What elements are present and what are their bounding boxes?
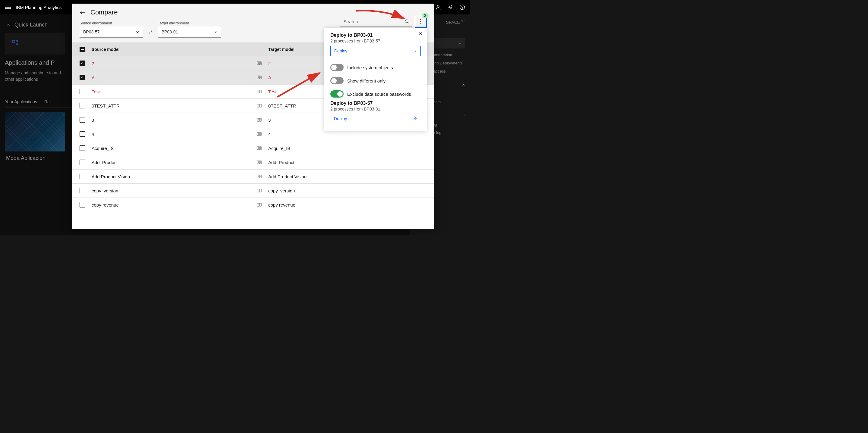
table-row[interactable]: Add_Product Add_Product [72,155,434,169]
table-row[interactable]: copy_version copy_version [72,184,434,198]
source-model-cell: Add_Product [92,160,250,165]
svg-rect-23 [259,147,261,149]
row-checkbox[interactable] [80,145,85,151]
svg-rect-14 [257,90,259,93]
annotation-arrow [352,8,407,23]
compare-icon[interactable] [250,118,268,122]
deploy-to-target-button[interactable]: Deploy [330,46,421,56]
svg-point-32 [412,50,413,51]
svg-rect-16 [257,104,259,107]
source-env-label: Source environment [80,21,143,25]
compare-icon[interactable] [250,146,268,151]
svg-rect-20 [257,132,259,135]
compare-icon[interactable] [250,174,268,179]
source-env-value: BP03-57 [83,30,99,34]
toggle-switch[interactable] [330,77,344,84]
hamburger-menu-icon[interactable] [5,4,11,10]
compare-icon[interactable] [250,188,268,193]
target-model-cell: Add Product Vision [268,174,427,179]
svg-rect-10 [257,62,259,65]
app-title: IBM Planning Analytics [16,5,62,10]
deploy-to-target-sub: 2 processes from BP03-57 [330,38,421,43]
deploy-to-source-title: Deploy to BP03-57 [330,101,421,106]
svg-point-9 [421,24,421,24]
help-icon[interactable] [459,4,465,10]
compare-icon[interactable] [250,89,268,94]
target-env-label: Target environment [158,21,221,25]
source-model-cell: Test [92,89,250,94]
select-all-checkbox[interactable] [80,47,85,52]
row-checkbox[interactable] [80,61,85,66]
deploy-icon [412,48,417,53]
chevron-down-icon [135,30,139,34]
source-model-cell: Acquire_IS [92,146,250,151]
source-model-cell: copy_version [92,188,250,193]
source-model-cell: 3 [92,118,250,123]
send-icon[interactable] [447,4,453,10]
back-arrow-icon[interactable] [80,9,86,15]
table-row[interactable]: Add Product Vision Add Product Vision [72,169,434,184]
overflow-menu-button[interactable]: 2 [415,16,427,28]
toggle-row: Show different only [330,74,421,87]
row-checkbox[interactable] [80,160,85,165]
deploy-icon [412,116,417,121]
compare-icon[interactable] [250,132,268,136]
svg-point-8 [421,21,421,22]
table-row[interactable]: copy revenue copy revenue [72,198,434,212]
svg-rect-18 [257,118,259,121]
close-icon[interactable] [418,31,423,36]
row-checkbox[interactable] [80,103,85,108]
svg-point-7 [421,19,421,20]
svg-rect-22 [257,147,259,149]
toggle-label: Show different only [347,78,385,84]
target-model-cell: 4 [268,132,427,137]
source-model-cell: Add Product Vision [92,174,250,179]
toggle-switch[interactable] [330,64,344,71]
compare-icon[interactable] [250,61,268,66]
target-env-value: BP03-01 [161,30,178,34]
source-model-cell: A [92,75,250,80]
compare-icon[interactable] [250,75,268,80]
svg-rect-31 [259,203,261,206]
row-checkbox[interactable] [80,89,85,94]
kebab-icon [420,19,421,24]
table-row[interactable]: Acquire_IS Acquire_IS [72,141,434,155]
annotation-arrow [274,70,322,100]
svg-point-2 [462,8,463,9]
compare-icon[interactable] [250,202,268,207]
source-model-cell: 4 [92,132,250,137]
swap-icon[interactable] [148,29,153,38]
toggle-label: Exclude data source passwords [347,92,411,97]
target-model-cell: Add_Product [268,160,427,165]
svg-rect-21 [259,132,261,135]
compare-icon[interactable] [250,160,268,165]
svg-rect-12 [257,76,259,79]
source-env-dropdown[interactable]: BP03-57 [80,27,143,38]
row-checkbox[interactable] [80,188,85,193]
user-icon[interactable] [435,4,441,10]
source-model-cell: 0TEST_ATTR [92,103,250,108]
source-model-cell: 2 [92,61,250,66]
compare-icon[interactable] [250,103,268,108]
chevron-down-icon [214,30,218,34]
svg-rect-26 [257,175,259,178]
row-checkbox[interactable] [80,75,85,80]
svg-rect-13 [259,76,261,79]
toggle-switch[interactable] [330,90,344,98]
deploy-popover: Deploy to BP03-01 2 processes from BP03-… [324,28,427,131]
svg-rect-15 [259,90,261,93]
deploy-to-target-title: Deploy to BP03-01 [330,33,421,38]
row-checkbox[interactable] [80,202,85,207]
svg-point-0 [437,5,439,7]
th-source-model: Source model [92,47,250,52]
target-env-dropdown[interactable]: BP03-01 [158,27,221,38]
deploy-btn-label: Deploy [334,48,347,53]
target-model-cell: copy_version [268,188,427,193]
modal-title: Compare [90,8,118,16]
row-checkbox[interactable] [80,174,85,179]
deploy-to-source-button[interactable]: Deploy [330,114,421,124]
row-checkbox[interactable] [80,131,85,137]
toggle-label: Include system objects [347,65,393,70]
compare-modal: Compare 2 Source environment BP03-57 Tar… [72,4,434,229]
row-checkbox[interactable] [80,117,85,123]
